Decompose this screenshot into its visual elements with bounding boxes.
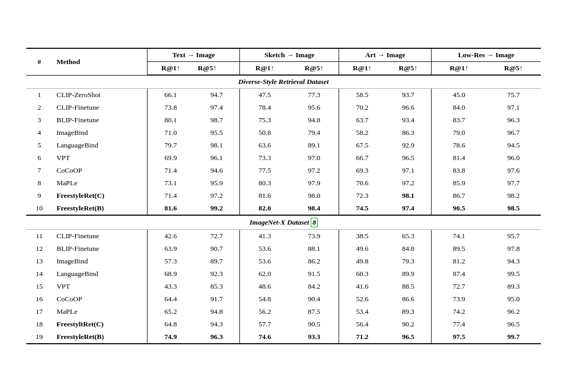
row-method: BLIP-Finetune xyxy=(52,242,148,255)
col-method-header: Method xyxy=(52,48,148,75)
row-num: 4 xyxy=(26,126,52,139)
header-row-groups: # Method Text → Image Sketch → Image Art… xyxy=(26,48,541,62)
row-num: 5 xyxy=(26,139,52,152)
row-method: CoCoOP xyxy=(52,293,148,305)
row-num: 10 xyxy=(26,202,52,215)
art-r5-header: R@5↑ xyxy=(385,62,432,76)
table-row: 16CoCoOP64.491.754.890.452.686.673.995.0 xyxy=(26,293,541,305)
row-num: 6 xyxy=(26,152,52,164)
table-body: Diverse-Style Retrieval Dataset1CLIP-Zer… xyxy=(26,75,541,344)
sketch-r1-header: R@1↑ xyxy=(240,62,289,76)
sketch-r5-header: R@5↑ xyxy=(289,62,339,76)
row-method: VPT xyxy=(52,152,148,164)
row-method: CLIP-ZeroShot xyxy=(52,89,148,102)
col-group-art-image: Art → Image xyxy=(339,48,432,62)
row-method: CLIP-Finetune xyxy=(52,230,148,243)
table-row: 17MaPLe65.294.856.287.553.489.374.296.2 xyxy=(26,305,541,318)
row-method: CLIP-Finetune xyxy=(52,101,148,114)
row-num: 16 xyxy=(26,293,52,305)
row-method: FreestyleRet(B) xyxy=(52,331,148,344)
row-method: FreestyleRet(C) xyxy=(52,189,148,202)
table-row: 7CoCoOP71.494.677.597.269.397.183.897.6 xyxy=(26,164,541,177)
results-table: # Method Text → Image Sketch → Image Art… xyxy=(26,48,541,344)
row-method: BLIP-Finetune xyxy=(52,114,148,126)
text-r1-header: R@1↑ xyxy=(148,62,194,76)
table-row: 8MaPLe73.195.980.397.970.697.285.997.7 xyxy=(26,177,541,189)
lowres-r5-header: R@5↑ xyxy=(486,62,541,76)
table-row: 19FreestyleRet(B)74.996.374.693.371.296.… xyxy=(26,331,541,344)
row-num: 1 xyxy=(26,89,52,102)
table-row: 1CLIP-ZeroShot66.194.747.577.358.593.745… xyxy=(26,89,541,102)
lowres-r1-header: R@1↑ xyxy=(432,62,487,76)
text-r5-header: R@5↑ xyxy=(194,62,240,76)
table-row: 12BLIP-Finetune63.990.753.688.149.684.88… xyxy=(26,242,541,255)
row-num: 15 xyxy=(26,280,52,293)
row-num: 11 xyxy=(26,230,52,243)
table-row: 6VPT69.996.173.397.066.796.581.496.0 xyxy=(26,152,541,164)
row-num: 13 xyxy=(26,255,52,268)
row-num: 9 xyxy=(26,189,52,202)
row-num: 18 xyxy=(26,318,52,331)
row-method: ImageBind xyxy=(52,126,148,139)
table-row: 13ImageBind57.389.753.686.249.879.381.29… xyxy=(26,255,541,268)
section1-title: Diverse-Style Retrieval Dataset xyxy=(26,75,541,89)
row-num: 12 xyxy=(26,242,52,255)
row-num: 17 xyxy=(26,305,52,318)
col-num-header: # xyxy=(26,48,52,75)
row-method: FreestyltRet(C) xyxy=(52,318,148,331)
row-num: 14 xyxy=(26,268,52,280)
table-row: 9FreestyleRet(C)71.497.281.698.072.398.1… xyxy=(26,189,541,202)
table-row: 2CLIP-Finetune73.897.478.495.670.296.684… xyxy=(26,101,541,114)
row-num: 7 xyxy=(26,164,52,177)
section1-header-row: Diverse-Style Retrieval Dataset xyxy=(26,75,541,89)
row-method: ImageBind xyxy=(52,255,148,268)
row-num: 3 xyxy=(26,114,52,126)
row-method: MaPLe xyxy=(52,177,148,189)
row-num: 8 xyxy=(26,177,52,189)
row-method: LanguageBind xyxy=(52,268,148,280)
section2-title: ImageNet-X Dataset 8 xyxy=(26,215,541,230)
table-row: 10FreestyleRet(B)81.699.282.098.474.597.… xyxy=(26,202,541,215)
art-r1-header: R@1↑ xyxy=(339,62,385,76)
col-group-sketch-image: Sketch → Image xyxy=(240,48,339,62)
row-method: LanguageBind xyxy=(52,139,148,152)
table-row: 18FreestyltRet(C)64.894.357.790.556.490.… xyxy=(26,318,541,331)
table-row: 4ImageBind71.095.550.879.458.286.379.096… xyxy=(26,126,541,139)
row-num: 2 xyxy=(26,101,52,114)
table-container: # Method Text → Image Sketch → Image Art… xyxy=(26,48,541,344)
col-group-lowres-image: Low-Res → Image xyxy=(432,48,541,62)
row-method: CoCoOP xyxy=(52,164,148,177)
table-row: 14LanguageBind68.992.362.091.560.389.987… xyxy=(26,268,541,280)
row-method: VPT xyxy=(52,280,148,293)
row-num: 19 xyxy=(26,331,52,344)
section2-header-row: ImageNet-X Dataset 8 xyxy=(26,215,541,230)
table-row: 3BLIP-Finetune80.198.775.394.863.793.483… xyxy=(26,114,541,126)
table-row: 11CLIP-Finetune42.672.741.373.938.565.37… xyxy=(26,230,541,243)
row-method: MaPLe xyxy=(52,305,148,318)
table-row: 5LanguageBind79.798.163.689.167.592.978.… xyxy=(26,139,541,152)
col-group-text-image: Text → Image xyxy=(148,48,240,62)
row-method: FreestyleRet(B) xyxy=(52,202,148,215)
table-row: 15VPT43.385.348.684.241.688.572.789.3 xyxy=(26,280,541,293)
